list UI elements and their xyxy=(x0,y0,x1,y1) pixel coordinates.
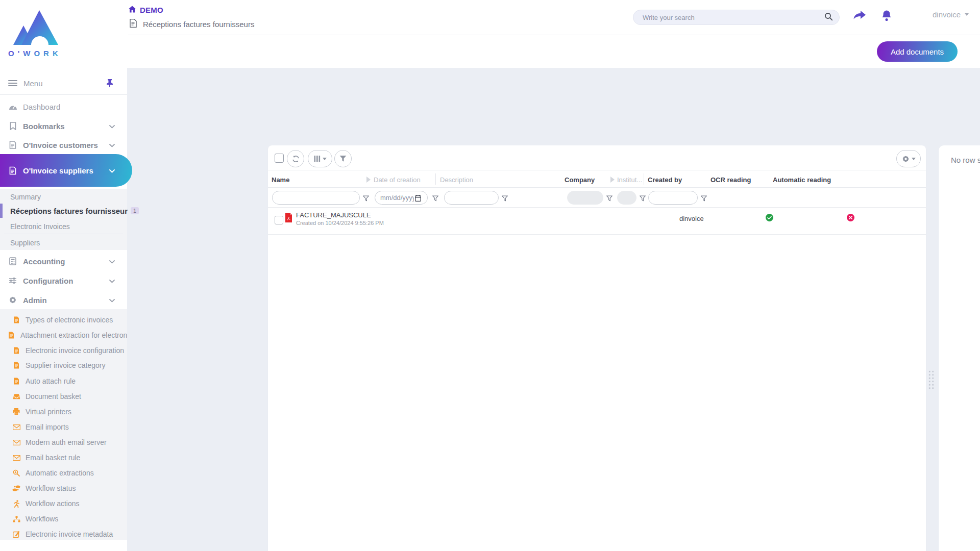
documents-table-panel: Name Date of creation Description Compan… xyxy=(268,145,926,551)
hamburger-icon xyxy=(8,80,17,86)
filter-funnel-icon[interactable] xyxy=(363,194,369,204)
filter-funnel-icon[interactable] xyxy=(701,194,707,204)
filter-description-input[interactable] xyxy=(444,191,499,205)
menu-label: Menu xyxy=(23,79,43,88)
submenu-item-receptions[interactable]: Réceptions factures fournisseur 1 xyxy=(0,204,127,218)
file-invoice-icon xyxy=(12,378,20,385)
suppliers-submenu: Summary Réceptions factures fournisseur … xyxy=(0,189,127,250)
column-header-description[interactable]: Description xyxy=(440,176,473,184)
calendar-icon[interactable] xyxy=(415,194,421,204)
admin-item[interactable]: Electronic invoice configuration xyxy=(0,343,127,358)
detail-panel: No row selected xyxy=(939,145,980,551)
chevron-down-icon xyxy=(109,121,115,131)
admin-item[interactable]: Supplier invoice category xyxy=(0,358,127,373)
add-documents-button[interactable]: Add documents xyxy=(877,41,958,62)
panel-resize-handle[interactable] xyxy=(928,370,935,390)
admin-item[interactable]: Automatic extractions xyxy=(0,465,127,481)
shoe-prints-icon xyxy=(12,485,20,491)
menu-toggle[interactable]: Menu xyxy=(0,76,127,91)
row-checkbox[interactable] xyxy=(275,216,283,224)
admin-item[interactable]: Virtual printers xyxy=(0,404,127,419)
sidebar-item-admin[interactable]: Admin xyxy=(0,293,127,307)
person-running-icon xyxy=(12,500,20,508)
filter-funnel-icon[interactable] xyxy=(606,194,612,204)
sidebar-item-accounting[interactable]: Accounting xyxy=(0,254,127,268)
share-icon[interactable] xyxy=(852,8,867,23)
column-header-name[interactable]: Name xyxy=(272,176,289,184)
chevron-down-icon xyxy=(323,158,327,160)
app-logo[interactable]: O'WORK xyxy=(7,4,63,62)
document-created-by: dinvoice xyxy=(679,215,704,222)
submenu-item-summary[interactable]: Summary xyxy=(0,190,127,204)
main-content: Name Date of creation Description Compan… xyxy=(127,68,980,551)
envelope-icon xyxy=(12,440,20,445)
submenu-item-suppliers[interactable]: Suppliers xyxy=(0,236,127,249)
submenu-item-electronic-invoices[interactable]: Electronic Invoices xyxy=(0,219,127,233)
bookmark-icon xyxy=(8,122,17,130)
admin-item[interactable]: Workflows xyxy=(0,511,127,527)
filter-funnel-icon[interactable] xyxy=(432,194,438,204)
column-header-created-by[interactable]: Created by xyxy=(648,176,682,184)
header-divider xyxy=(128,35,980,35)
filter-funnel-icon[interactable] xyxy=(640,194,646,204)
admin-item[interactable]: Document basket xyxy=(0,389,127,404)
sidebar-item-oinvoice-suppliers[interactable]: O'Invoice suppliers xyxy=(0,154,132,187)
breadcrumb-root-label: DEMO xyxy=(140,6,163,14)
check-circle-icon xyxy=(766,214,773,223)
admin-item[interactable]: Auto attach rule xyxy=(0,373,127,389)
sort-arrow-icon[interactable] xyxy=(366,177,371,183)
filter-funnel-icon[interactable] xyxy=(502,194,508,204)
pin-icon[interactable] xyxy=(106,79,114,89)
file-invoice-icon xyxy=(12,347,20,354)
user-menu[interactable]: dinvoice xyxy=(933,10,969,19)
columns-button[interactable] xyxy=(308,150,332,167)
filter-button[interactable] xyxy=(334,150,352,167)
breadcrumb-root[interactable]: DEMO xyxy=(128,5,163,15)
column-header-date[interactable]: Date of creation xyxy=(374,176,421,184)
chevron-down-icon xyxy=(109,166,115,175)
bell-icon[interactable] xyxy=(879,8,894,23)
sidebar-item-dashboard[interactable]: Dashboard xyxy=(0,99,127,114)
admin-item[interactable]: Email basket rule xyxy=(0,450,127,465)
pen-square-icon xyxy=(12,531,20,538)
file-invoice-icon xyxy=(8,166,17,175)
admin-item[interactable]: Workflow actions xyxy=(0,496,127,511)
inbox-icon xyxy=(12,393,20,399)
column-header-institution[interactable]: Institut... xyxy=(617,176,642,184)
column-header-company[interactable]: Company xyxy=(565,176,595,184)
search-icon[interactable] xyxy=(824,12,833,23)
admin-item[interactable]: Attachment extraction for electron xyxy=(0,328,127,343)
refresh-button[interactable] xyxy=(287,150,304,167)
document-name[interactable]: FACTURE_MAJUSCULE xyxy=(296,211,371,219)
envelope-icon xyxy=(12,424,20,430)
sidebar-item-configuration[interactable]: Configuration xyxy=(0,273,127,288)
column-header-automatic-reading[interactable]: Automatic reading xyxy=(773,176,831,184)
filter-name-input[interactable] xyxy=(272,191,360,205)
admin-item[interactable]: Workflow status xyxy=(0,481,127,496)
count-badge: 1 xyxy=(131,207,139,214)
gear-icon xyxy=(902,155,910,163)
times-circle-icon xyxy=(847,214,854,223)
sidebar-item-bookmarks[interactable]: Bookmarks xyxy=(0,119,127,133)
admin-item[interactable]: Electronic invoice metadata xyxy=(0,527,127,542)
admin-item[interactable]: Types of electronic invoices xyxy=(0,312,127,328)
file-invoice-icon xyxy=(7,332,15,339)
submenu-divider xyxy=(4,234,123,234)
admin-item[interactable]: Email imports xyxy=(0,419,127,435)
sidebar-divider xyxy=(0,94,127,95)
search-plus-icon xyxy=(12,469,20,477)
gear-icon xyxy=(8,296,17,304)
table-settings-button[interactable] xyxy=(896,150,921,167)
filter-icon xyxy=(339,155,347,162)
chevron-down-icon xyxy=(965,13,969,16)
filter-created-by-input[interactable] xyxy=(648,191,698,205)
column-header-ocr-reading[interactable]: OCR reading xyxy=(710,176,751,184)
admin-item[interactable]: Modern auth email server xyxy=(0,435,127,450)
printer-icon xyxy=(12,408,20,415)
select-all-checkbox[interactable] xyxy=(275,154,284,163)
chevron-down-icon xyxy=(109,295,115,305)
document-icon xyxy=(129,19,137,29)
search-input[interactable] xyxy=(643,14,824,21)
sidebar-item-oinvoice-customers[interactable]: O'Invoice customers xyxy=(0,138,127,152)
sort-arrow-icon[interactable] xyxy=(610,177,615,183)
